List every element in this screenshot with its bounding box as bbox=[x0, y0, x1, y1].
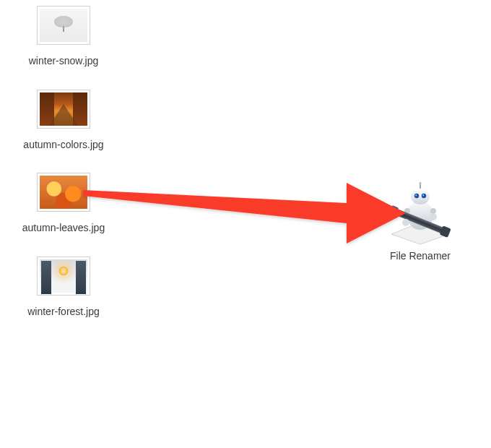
svg-point-3 bbox=[414, 194, 419, 198]
file-thumbnail bbox=[37, 6, 90, 45]
automator-app[interactable]: File Renamer bbox=[377, 181, 464, 262]
svg-point-4 bbox=[422, 194, 426, 198]
file-item[interactable]: winter-snow.jpg bbox=[6, 6, 121, 68]
file-thumbnail bbox=[37, 90, 90, 129]
file-name-label: winter-snow.jpg bbox=[29, 55, 99, 68]
file-list: winter-snow.jpg autumn-colors.jpg autumn… bbox=[6, 6, 121, 340]
svg-point-6 bbox=[422, 194, 424, 196]
file-thumbnail bbox=[37, 257, 90, 296]
file-name-label: autumn-leaves.jpg bbox=[22, 222, 105, 235]
svg-point-14 bbox=[402, 219, 409, 226]
file-item[interactable]: autumn-leaves.jpg bbox=[6, 173, 121, 235]
svg-point-8 bbox=[419, 182, 421, 184]
svg-point-15 bbox=[430, 213, 437, 220]
file-name-label: winter-forest.jpg bbox=[27, 306, 100, 319]
file-name-label: autumn-colors.jpg bbox=[23, 139, 103, 152]
automator-icon bbox=[386, 181, 455, 246]
file-item[interactable]: autumn-colors.jpg bbox=[6, 90, 121, 152]
app-name-label: File Renamer bbox=[390, 250, 451, 262]
file-thumbnail bbox=[37, 173, 90, 212]
svg-point-10 bbox=[430, 208, 436, 214]
file-item[interactable]: winter-forest.jpg bbox=[6, 257, 121, 319]
svg-point-2 bbox=[411, 189, 430, 204]
svg-marker-16 bbox=[83, 183, 406, 244]
svg-point-5 bbox=[415, 194, 417, 196]
